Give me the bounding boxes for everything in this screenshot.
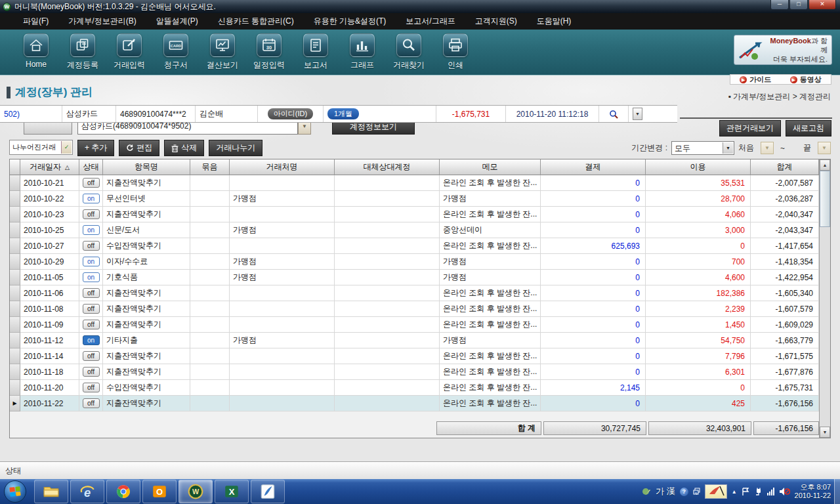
toolbar-button-결산보기[interactable]: 결산보기 (202, 33, 243, 71)
vertical-scrollbar[interactable]: ▲ ▼ (819, 159, 830, 438)
status-toggle[interactable]: on (83, 225, 100, 235)
row-selector[interactable] (10, 254, 20, 270)
row-selector[interactable] (10, 364, 20, 380)
minimize-button[interactable]: ─ (770, 0, 789, 10)
close-button[interactable]: ✕ (808, 0, 836, 10)
add-button[interactable]: + 추가 (77, 140, 114, 156)
menu-item[interactable]: 가계부/정보관리(B) (58, 13, 146, 30)
header-usage[interactable]: 이용 (646, 159, 751, 175)
status-toggle[interactable]: off (83, 398, 100, 408)
row-selector[interactable] (10, 380, 20, 396)
status-toggle[interactable]: off (83, 351, 100, 361)
taskbar-app-chrome[interactable] (106, 480, 140, 503)
status-toggle[interactable]: on (83, 194, 100, 203)
table-row[interactable]: 2010-11-09off지출잔액맞추기온라인 조회 후 발생한 잔...01,… (10, 317, 819, 333)
menu-item[interactable]: 유용한 기능&설정(T) (304, 13, 396, 30)
header-merchant[interactable]: 거래처명 (230, 159, 335, 175)
notepad-tray-icon[interactable] (705, 484, 727, 499)
table-row[interactable]: 2010-10-22on무선인터넷가맹점가맹점028,700-2,036,287 (10, 191, 819, 207)
taskbar-app-excel[interactable]: X (215, 480, 249, 503)
header-memo[interactable]: 메모 (440, 159, 541, 175)
menu-item[interactable]: 보고서/그래프 (396, 13, 465, 30)
table-row[interactable]: ▶2010-11-22off지출잔액맞추기온라인 조회 후 발생한 잔...04… (10, 396, 819, 411)
window-stack-icon[interactable] (693, 488, 700, 495)
table-row[interactable]: 2010-10-27off수입잔액맞추기온라인 조회 후 발생한 잔...625… (10, 238, 819, 254)
show-desktop-button[interactable] (834, 479, 840, 504)
scroll-up-icon[interactable]: ▲ (820, 159, 830, 171)
toolbar-button-인쇄[interactable]: 인쇄 (435, 33, 476, 71)
refresh-button[interactable]: 새로고침 (786, 120, 831, 136)
row-selector[interactable] (10, 222, 20, 238)
status-toggle[interactable]: on (83, 335, 100, 345)
tray-expand-icon[interactable]: ▲ (732, 489, 737, 495)
row-selector[interactable] (10, 333, 20, 348)
table-row[interactable]: 2010-11-08off지출잔액맞추기온라인 조회 후 발생한 잔...02,… (10, 301, 819, 317)
table-row[interactable]: 2010-11-12on기타지출가맹점가맹점054,750-1,663,779 (10, 333, 819, 348)
action-center-flag-icon[interactable] (742, 488, 749, 496)
scroll-down-icon[interactable]: ▼ (820, 427, 830, 438)
video-link[interactable]: ▶ 동영상 (790, 75, 822, 85)
header-category[interactable]: 항목명 (103, 159, 190, 175)
table-row[interactable]: 2010-10-29on이자/수수료가맹점가맹점0700-1,418,354 (10, 254, 819, 270)
status-toggle[interactable]: off (83, 367, 100, 377)
toolbar-button-그래프[interactable]: 그래프 (342, 33, 383, 71)
table-row[interactable]: 2010-11-14off지출잔액맞추기온라인 조회 후 발생한 잔...07,… (10, 348, 819, 364)
scrollbar-thumb[interactable] (820, 171, 830, 227)
related-transactions-button[interactable]: 관련거래보기 (719, 120, 781, 136)
table-row[interactable]: 2010-10-21off지출잔액맞추기온라인 조회 후 발생한 잔...035… (10, 175, 819, 191)
status-toggle[interactable]: off (83, 304, 100, 314)
menu-item[interactable]: 파일(F) (13, 13, 58, 30)
header-date[interactable]: 거래일자△ (20, 159, 79, 175)
network-plug-icon[interactable] (754, 488, 763, 496)
row-selector[interactable]: ▶ (10, 396, 20, 411)
row-selector[interactable] (10, 348, 20, 364)
taskbar-clock[interactable]: 오후 8:07 2010-11-22 (795, 483, 831, 500)
table-row[interactable]: 2010-11-18off지출잔액맞추기온라인 조회 후 발생한 잔...06,… (10, 364, 819, 380)
toolbar-button-거래입력[interactable]: 거래입력 (109, 33, 150, 71)
status-toggle[interactable]: off (83, 383, 100, 392)
row-selector[interactable] (10, 191, 20, 207)
toolbar-button-일정입력[interactable]: 30일정입력 (249, 33, 289, 71)
row-selector[interactable] (10, 270, 20, 285)
ime-tool-icon[interactable] (642, 487, 651, 496)
toolbar-button-청구서[interactable]: CARD청구서 (156, 33, 196, 71)
start-button[interactable] (4, 480, 26, 503)
menu-item[interactable]: 고객지원(S) (465, 13, 527, 30)
edit-button[interactable]: 편집 (119, 140, 159, 156)
from-date-combo[interactable]: ▼ (761, 142, 774, 154)
to-date-combo[interactable]: ▼ (818, 142, 831, 154)
header-total[interactable]: 합계 (751, 159, 819, 175)
ime-indicator[interactable]: 가 漢 (656, 486, 675, 497)
account-search-cell[interactable] (599, 106, 629, 122)
row-selector[interactable] (10, 285, 20, 301)
table-row[interactable]: 2010-10-23off지출잔액맞추기온라인 조회 후 발생한 잔...04,… (10, 207, 819, 222)
row-selector[interactable] (10, 301, 20, 317)
menu-item[interactable]: 신용카드 통합관리(C) (208, 13, 304, 30)
split-transaction-combo[interactable]: 나누어진거래 ✓ (9, 140, 73, 155)
header-counter-account[interactable]: 대체상대계정 (335, 159, 440, 175)
table-row[interactable]: 2010-11-06off지출잔액맞추기온라인 조회 후 발생한 잔...018… (10, 285, 819, 301)
table-row[interactable]: 2010-11-20off수입잔액맞추기온라인 조회 후 발생한 잔...2,1… (10, 380, 819, 396)
account-bar-dropdown[interactable]: ▼ (633, 108, 642, 120)
status-toggle[interactable]: off (83, 209, 100, 219)
header-status[interactable]: 상태 (79, 159, 103, 175)
toolbar-button-Home[interactable]: Home (16, 33, 56, 71)
taskbar-app-ie[interactable]: e (70, 480, 104, 503)
table-row[interactable]: 2010-10-25on신문/도서가맹점중앙선데이03,000-2,043,34… (10, 222, 819, 238)
row-selector[interactable] (10, 238, 20, 254)
ime-help-icon[interactable]: ? (680, 488, 688, 496)
status-toggle[interactable]: off (83, 288, 100, 298)
taskbar-app-outlook[interactable]: O (142, 480, 177, 503)
maximize-button[interactable]: □ (789, 0, 808, 10)
row-selector[interactable] (10, 175, 20, 191)
taskbar-app-explorer[interactable] (34, 480, 68, 503)
status-toggle[interactable]: on (83, 272, 100, 282)
promo-banner[interactable]: MoneyBook과 함께 더욱 부자되세요. (734, 35, 832, 65)
table-row[interactable]: 2010-11-05on기호식품가맹점가맹점04,600-1,422,954 (10, 270, 819, 285)
signal-strength-icon[interactable] (767, 488, 774, 495)
guide-link[interactable]: ▶ 가이드 (740, 75, 771, 85)
status-toggle[interactable]: off (83, 178, 100, 188)
row-selector[interactable] (10, 207, 20, 222)
toolbar-button-계정등록[interactable]: 계정등록 (62, 33, 103, 71)
header-group[interactable]: 묶음 (190, 159, 230, 175)
